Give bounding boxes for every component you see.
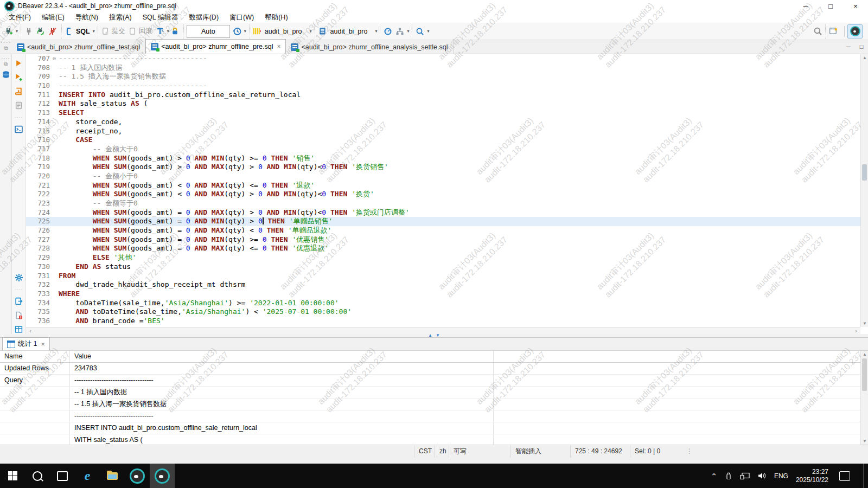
chevron-down-icon[interactable]: ▾ [93, 29, 95, 34]
table-row[interactable]: -- 1 插入国内数据 [0, 387, 860, 399]
scroll-up-icon[interactable]: ▲ [861, 352, 868, 357]
execute-script-button[interactable] [14, 87, 23, 96]
internet-explorer-button[interactable]: e [75, 464, 100, 488]
editor-tab-0[interactable]: <audit_bi_pro> zhumr_offline_test.sql [12, 40, 145, 54]
code-line[interactable]: 710----------------------------------- [26, 81, 868, 91]
table-row[interactable]: Query----------------------------------- [0, 375, 860, 387]
code-line[interactable]: 717 -- 金额大于0 [26, 145, 868, 154]
code-line[interactable]: 713SELECT [26, 108, 868, 118]
scroll-right-icon[interactable]: › [852, 328, 860, 334]
chevron-down-icon[interactable]: ▾ [427, 29, 429, 34]
minimize-view-icon[interactable]: ─ [842, 43, 855, 50]
er-diagram-icon[interactable] [394, 25, 406, 38]
table-row[interactable]: WITH sale_status AS ( [0, 434, 860, 445]
table-row[interactable]: INSERT INTO audit_bi_pro.custom_offline_… [0, 422, 860, 434]
speaker-icon[interactable] [757, 472, 767, 480]
code-line[interactable]: 727 WHEN SUM(goods_amt) = 0 AND MIN(qty)… [26, 235, 868, 245]
menu-item-3[interactable]: 搜索(A) [104, 12, 137, 23]
dbeaver-perspective-button[interactable] [847, 24, 863, 38]
vertical-scrollbar[interactable]: ▲ ▼ [860, 54, 868, 327]
column-header-name[interactable]: Name [0, 351, 70, 362]
close-icon[interactable]: × [843, 0, 868, 12]
minimize-icon[interactable]: ─ [793, 0, 818, 12]
code-area[interactable]: 707⊖-----------------------------------7… [26, 54, 868, 327]
connection-selector[interactable]: audit_bi_pro [265, 28, 302, 35]
code-line[interactable]: 716 CASE [26, 136, 868, 145]
scrollbar-thumb[interactable] [862, 358, 867, 391]
code-line[interactable]: 708-- 1 插入国内数据 [26, 63, 868, 73]
editor-tab-2[interactable]: <audit_bi_pro> zhumr_offline_analysis_se… [286, 40, 453, 54]
overflow-dots-icon[interactable]: ⋮ [682, 445, 697, 458]
table-row[interactable]: Updated Rows234783 [0, 363, 860, 375]
rollback-button[interactable]: 回滚 [127, 25, 154, 38]
code-line[interactable]: 730 END AS status [26, 262, 868, 272]
new-connection-button[interactable] [3, 25, 15, 38]
disconnect-button[interactable] [47, 25, 59, 38]
status-caret-position[interactable]: 725 : 49 : 24692 [570, 445, 630, 458]
code-line[interactable]: 735 AND toDateTime(sale_time,'Asia/Shang… [26, 307, 868, 317]
database-navigator-icon[interactable] [2, 70, 10, 79]
table-row[interactable]: -- 1.5 插入海一家换货销售数据 [0, 399, 860, 410]
commit-button[interactable]: 提交 [100, 25, 127, 38]
connect-button[interactable] [23, 25, 35, 38]
export-result-button[interactable] [14, 297, 23, 306]
sql-editor-button[interactable]: SQL [63, 25, 92, 38]
code-line[interactable]: 709-- 1.5 插入海一家换货销售数据 [26, 72, 868, 81]
scroll-down-icon[interactable]: ▼ [861, 321, 868, 326]
code-line[interactable]: 733WHERE [26, 290, 868, 299]
execute-statement-button[interactable] [14, 59, 23, 68]
menu-item-2[interactable]: 导航(N) [70, 12, 104, 23]
grid-results-icon[interactable] [14, 325, 23, 334]
code-line[interactable]: 723 -- 金额等于0 [26, 199, 868, 208]
code-line[interactable]: 724 WHEN SUM(goods_amt) = 0 AND MAX(qty)… [26, 208, 868, 217]
code-line[interactable]: 725 WHEN SUM(goods_amt) = 0 AND MIN(qty)… [26, 217, 868, 226]
commit-mode-combo[interactable]: Auto [187, 25, 230, 38]
code-line[interactable]: 712WITH sale_status AS ( [26, 99, 868, 108]
execute-new-tab-button[interactable] [14, 73, 23, 82]
start-button[interactable] [0, 464, 25, 488]
maximize-icon[interactable]: □ [818, 0, 843, 12]
restore-view-icon[interactable]: ⧉ [4, 61, 8, 67]
code-line[interactable]: 726 WHEN SUM(goods_amt) = 0 AND MAX(qty)… [26, 226, 868, 235]
usb-device-icon[interactable] [725, 472, 732, 480]
menu-item-1[interactable]: 编辑(E) [36, 12, 70, 23]
history-icon[interactable] [231, 25, 243, 38]
action-center-icon[interactable] [839, 471, 850, 481]
menu-item-6[interactable]: 窗口(W) [224, 12, 259, 23]
editor-tab-overflow[interactable]: ···· ⧉ [0, 40, 12, 54]
code-line[interactable]: 707⊖----------------------------------- [26, 54, 868, 63]
status-insert-mode[interactable]: 智能插入 [510, 445, 570, 458]
fold-collapse-icon[interactable]: ⊖ [50, 54, 59, 63]
dbeaver-taskbar-button[interactable] [125, 464, 150, 488]
file-explorer-button[interactable] [100, 464, 125, 488]
chevron-down-icon[interactable]: ▾ [407, 29, 409, 34]
explain-plan-button[interactable] [14, 101, 23, 110]
sql-search-icon[interactable] [414, 25, 426, 38]
taskbar-clock[interactable]: 23:27 2025/10/22 [796, 468, 828, 484]
code-line[interactable]: 720 -- 金额小于0 [26, 172, 868, 181]
code-line[interactable]: 719 WHEN SUM(goods_amt) > 0 AND MAX(qty)… [26, 163, 868, 172]
close-icon[interactable]: × [41, 341, 44, 348]
taskbar-search-button[interactable] [25, 464, 50, 488]
scroll-down-icon[interactable]: ▼ [861, 439, 868, 444]
show-desktop-button[interactable] [863, 464, 864, 488]
scrollbar-thumb[interactable] [862, 164, 867, 181]
scroll-left-icon[interactable]: ‹ [26, 328, 35, 334]
gear-icon[interactable] [14, 273, 23, 282]
table-row[interactable]: ----------------------------------- [0, 410, 860, 422]
menu-item-5[interactable]: 数据库(D) [183, 12, 224, 23]
close-icon[interactable]: × [277, 43, 280, 50]
sql-console-button[interactable] [14, 125, 23, 134]
dbeaver-active-taskbar-button[interactable] [150, 464, 175, 488]
search-icon[interactable] [812, 25, 824, 38]
code-line[interactable]: 731FROM [26, 272, 868, 281]
column-header-value[interactable]: Value [70, 351, 494, 362]
editor-tab-1[interactable]: <audit_bi_pro> zhumr_offline_pre.sql× [145, 39, 286, 54]
save-file-error-icon[interactable] [14, 311, 23, 320]
chevron-down-icon[interactable]: ▾ [244, 29, 246, 34]
code-line[interactable]: 715 receipt_no, [26, 127, 868, 136]
chevron-down-icon[interactable]: ▾ [310, 29, 312, 34]
schema-selector[interactable]: audit_bi_pro [330, 28, 368, 35]
code-line[interactable]: 721 WHEN SUM(goods_amt) < 0 AND MAX(qty)… [26, 181, 868, 190]
scroll-up-icon[interactable]: ▲ [861, 55, 868, 60]
